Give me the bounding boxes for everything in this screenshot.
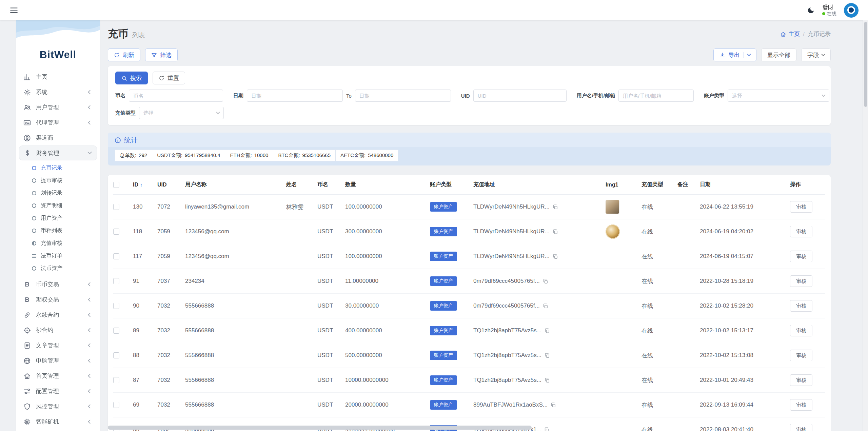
- row-checkbox[interactable]: [113, 253, 119, 259]
- row-checkbox[interactable]: [113, 328, 119, 334]
- copy-icon[interactable]: [552, 204, 558, 210]
- audit-button[interactable]: 审核: [790, 275, 812, 287]
- user-info[interactable]: 發財 在线: [822, 4, 836, 17]
- date-to-label: To: [346, 93, 352, 99]
- cell-amount: 100.00000000: [345, 253, 430, 260]
- sort-asc-icon[interactable]: ↑: [140, 182, 143, 188]
- sidebar-subitem-1[interactable]: 提币审核: [16, 174, 100, 187]
- breadcrumb-home-link[interactable]: 主页: [780, 30, 800, 38]
- sidebar-item-13[interactable]: 配置管理: [16, 384, 100, 399]
- recharge-type-select[interactable]: 选择: [139, 107, 224, 119]
- sidebar-item-6[interactable]: B 币币交易: [16, 277, 100, 292]
- fields-button[interactable]: 字段: [801, 48, 831, 61]
- export-button[interactable]: 导出: [713, 48, 756, 61]
- cell-id: 87: [133, 377, 157, 384]
- audit-button[interactable]: 审核: [790, 424, 812, 431]
- deposit-proof-image[interactable]: [606, 224, 620, 239]
- account-type-select[interactable]: 选择: [728, 90, 829, 102]
- sidebar-item-11[interactable]: 申购管理: [16, 353, 100, 368]
- sidebar-item-7[interactable]: B 期权交易: [16, 292, 100, 307]
- sidebar-item-8[interactable]: 永续合约: [16, 307, 100, 322]
- row-checkbox[interactable]: [113, 303, 119, 309]
- users-icon: [23, 104, 31, 111]
- sidebar-item-12[interactable]: 首页管理: [16, 368, 100, 384]
- sidebar-item-2[interactable]: 用户管理: [16, 100, 100, 115]
- sidebar-item-9[interactable]: 秒合约: [16, 322, 100, 338]
- cell-amount: 30.00000000: [345, 302, 430, 309]
- dark-mode-icon[interactable]: [807, 6, 815, 14]
- sidebar-subitem-6[interactable]: 充值审核: [16, 237, 100, 250]
- reset-button[interactable]: 重置: [153, 72, 185, 84]
- date-to-input[interactable]: [355, 90, 451, 102]
- copy-icon[interactable]: [550, 402, 556, 408]
- sidebar-item-label: 申购管理: [36, 357, 59, 365]
- sidebar-item-5[interactable]: 财务管理: [19, 145, 97, 160]
- audit-button[interactable]: 审核: [790, 399, 812, 411]
- copy-icon[interactable]: [544, 328, 550, 334]
- copy-icon[interactable]: [544, 377, 550, 383]
- sidebar-item-10[interactable]: 文章管理: [16, 338, 100, 353]
- sidebar-item-15[interactable]: 智能矿机: [16, 414, 100, 429]
- sidebar-item-3[interactable]: 代理管理: [16, 115, 100, 130]
- cell-uid: 7032: [157, 377, 185, 384]
- audit-button[interactable]: 审核: [790, 201, 812, 213]
- refresh-button[interactable]: 刷新: [108, 48, 140, 61]
- cell-coin: USDT: [317, 327, 345, 334]
- cell-image: [606, 200, 642, 214]
- audit-button[interactable]: 审核: [790, 226, 812, 237]
- cell-coin: USDT: [317, 228, 345, 235]
- sidebar-subitem-7[interactable]: 法币订单: [16, 250, 100, 262]
- sidebar-item-0[interactable]: 主页: [16, 69, 100, 84]
- row-checkbox[interactable]: [113, 278, 119, 284]
- sidebar-subitem-2[interactable]: 划转记录: [16, 187, 100, 199]
- horizontal-scrollbar-thumb[interactable]: [108, 426, 532, 430]
- menu-toggle-icon[interactable]: [9, 6, 18, 15]
- copy-icon[interactable]: [552, 229, 558, 235]
- cell-address: TQ1zh2bj8apbT75Avz5s...: [473, 327, 541, 334]
- copy-icon[interactable]: [552, 254, 558, 259]
- sidebar-item-1[interactable]: 系统: [16, 84, 100, 100]
- sidebar-subitem-4[interactable]: 用户资产: [16, 212, 100, 224]
- funnel-icon: [151, 52, 157, 58]
- copy-icon[interactable]: [544, 427, 550, 431]
- sidebar-subitem-0[interactable]: 充币记录: [16, 162, 100, 174]
- audit-button[interactable]: 审核: [790, 300, 812, 312]
- sidebar-subitem-8[interactable]: 法币资产: [16, 262, 100, 275]
- sidebar-item-4[interactable]: 渠道商: [16, 130, 100, 145]
- audit-button[interactable]: 审核: [790, 350, 812, 361]
- row-checkbox[interactable]: [113, 377, 119, 383]
- audit-button[interactable]: 审核: [790, 251, 812, 262]
- avatar[interactable]: [844, 3, 859, 18]
- filter-button[interactable]: 筛选: [145, 48, 178, 61]
- user-input[interactable]: [618, 90, 694, 102]
- stat-label: AETC金额:: [340, 152, 366, 159]
- chevron-icon: [88, 343, 92, 348]
- date-from-input[interactable]: [247, 90, 343, 102]
- uid-input[interactable]: [473, 90, 567, 102]
- vertical-scrollbar-thumb[interactable]: [864, 22, 867, 107]
- row-checkbox[interactable]: [113, 204, 119, 210]
- stat-item: AETC金额: 548600000: [336, 150, 398, 161]
- copy-icon[interactable]: [544, 353, 550, 358]
- copy-icon[interactable]: [542, 303, 548, 309]
- row-checkbox[interactable]: [113, 402, 119, 408]
- copy-icon[interactable]: [542, 278, 548, 284]
- coin-input[interactable]: [129, 90, 223, 102]
- audit-button[interactable]: 审核: [790, 325, 812, 336]
- row-checkbox[interactable]: [113, 352, 119, 358]
- row-checkbox[interactable]: [113, 229, 119, 235]
- sidebar-item-14[interactable]: 风控管理: [16, 399, 100, 414]
- coin-filter-label: 币名: [115, 93, 125, 99]
- sidebar-subitem-5[interactable]: 币种列表: [16, 224, 100, 237]
- deposit-proof-image[interactable]: [606, 200, 619, 214]
- cell-username: 555666888: [185, 401, 286, 408]
- show-all-button[interactable]: 显示全部: [761, 48, 796, 61]
- stat-label: ETH金额:: [230, 152, 252, 159]
- sidebar-subitem-3[interactable]: 资产明细: [16, 199, 100, 212]
- sidebar-subitem-label: 法币订单: [41, 252, 62, 259]
- select-all-checkbox[interactable]: [113, 182, 119, 188]
- sidebar-item-label: 期权交易: [36, 296, 59, 303]
- search-button[interactable]: 搜索: [115, 72, 148, 84]
- audit-button[interactable]: 审核: [790, 374, 812, 386]
- vertical-scrollbar[interactable]: [863, 20, 868, 431]
